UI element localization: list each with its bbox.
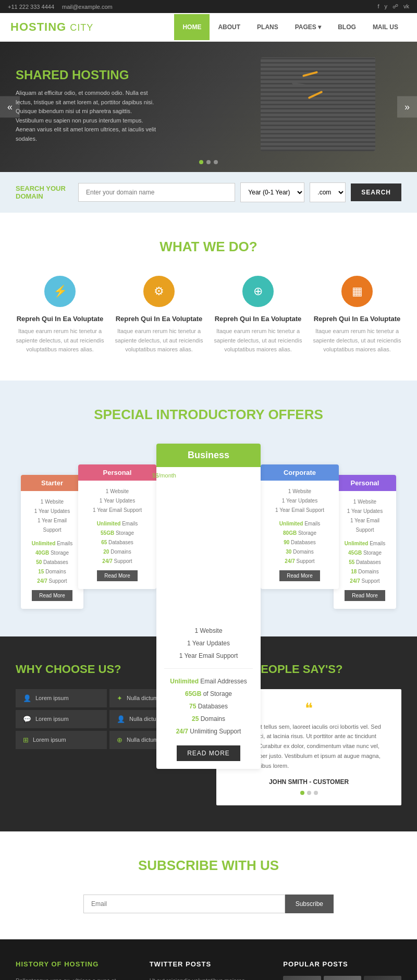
plan-button-center[interactable]: Read More (177, 745, 240, 761)
footer-popular-col: POPULAR POSTS (283, 960, 401, 980)
popular-thumb-2[interactable] (324, 976, 361, 980)
what-we-do-title: WHAT WE DO? (16, 239, 401, 255)
hero-dots (199, 160, 218, 164)
features-grid: ⚡ Repreh Qui In Ea Voluptate Itaque earu… (16, 276, 401, 354)
nav-mail[interactable]: MAIL US (364, 14, 407, 40)
footer-tweet-1: Ut aut reiciendis voluptatibus maiores h… (150, 976, 268, 980)
plan-button-far-left[interactable]: Read More (32, 590, 72, 601)
cable-decoration2 (292, 82, 308, 87)
plan-features-far-right: 1 Website 1 Year Updates 1 Year Email Su… (341, 497, 388, 586)
plan-detailed-features: Unlimited Email Addresses 65GB of Storag… (164, 675, 253, 738)
feature-title-4: Repreh Qui In Ea Voluptate (313, 315, 401, 323)
special-offers-title: SPECIAL INTRODUCTORY OFFERS (16, 407, 401, 423)
feature-title-2: Repreh Qui In Ea Voluptate (115, 315, 203, 323)
cable-decoration (302, 71, 318, 77)
server-image (261, 57, 375, 151)
nav-plans[interactable]: PLANS (249, 14, 287, 40)
subscribe-button[interactable]: Subscribe (285, 895, 334, 913)
footer-grid: HISTORY OF HOSTING Pellentesque urna ex,… (16, 960, 401, 980)
popular-thumb-1[interactable] (283, 976, 321, 980)
testimonial-dot-1[interactable] (300, 791, 304, 795)
subscribe-email-input[interactable] (83, 895, 285, 913)
plan-button-far-right[interactable]: Read More (345, 590, 385, 601)
logo-accent: city (70, 22, 93, 33)
subscribe-title: SUBSCRIBE WITH US (16, 858, 401, 874)
domain-label: SEARCH YOUR DOMAIN (16, 185, 73, 200)
plan-features-right: 1 Website 1 Year Updates 1 Year Email Su… (268, 487, 331, 566)
footer-popular-title: POPULAR POSTS (283, 960, 401, 968)
pricing-card-far-right: Personal 1 Website 1 Year Updates 1 Year… (334, 475, 396, 609)
nav-pages[interactable]: PAGES ▾ (287, 14, 329, 40)
feature-item-3: ⊕ Repreh Qui In Ea Voluptate Itaque earu… (214, 276, 302, 354)
feature-desc-3: Itaque earum rerum hic tenetur a sapient… (214, 327, 302, 354)
plan-name-far-left: Starter (21, 475, 83, 491)
feature-icon-3: ⊕ (242, 276, 274, 307)
ext-select[interactable]: .com (310, 182, 346, 202)
vk-link[interactable]: vk (403, 3, 409, 10)
feature-desc-4: Itaque earum rerum hic tenetur a sapient… (313, 327, 401, 354)
footer-history-title: HISTORY OF HOSTING (16, 960, 134, 968)
footer-history-para1: Pellentesque urna ex, ultrices a nunc at… (16, 976, 134, 980)
plan-name-right: Corporate (261, 464, 339, 481)
email-address: mail@example.com (62, 4, 113, 10)
footer-twitter-col: TWITTER POSTS Ut aut reiciendis voluptat… (150, 960, 268, 980)
grid-icon: ⊞ (23, 736, 29, 744)
nav-about[interactable]: ABOUT (210, 14, 249, 40)
plan-features-far-left: 1 Website 1 Year Updates 1 Year Email Su… (29, 497, 76, 586)
hero-title-main: SHARED (16, 68, 68, 82)
top-bar-contact: +11 222 333 4444 mail@example.com (8, 4, 113, 10)
twitter-link[interactable]: y (385, 3, 388, 10)
why-feature-5: ⊞ Lorem ipsum (16, 731, 107, 749)
social-links[interactable]: f y ☍ vk (377, 3, 409, 10)
hero-dot-1[interactable] (199, 160, 203, 164)
hero-next-button[interactable]: » (397, 96, 417, 118)
hero-description: Aliquam at efficitur odio, et commodo od… (16, 89, 162, 144)
top-bar: +11 222 333 4444 mail@example.com f y ☍ … (0, 0, 417, 13)
footer-twitter-title: TWITTER POSTS (150, 960, 268, 968)
what-we-do-section: WHAT WE DO? ⚡ Repreh Qui In Ea Voluptate… (0, 213, 417, 381)
feature-item-4: ▦ Repreh Qui In Ea Voluptate Itaque earu… (313, 276, 401, 354)
user2-icon: 👤 (117, 715, 125, 723)
testimonial-dot-3[interactable] (314, 791, 318, 795)
hero-dot-2[interactable] (206, 160, 211, 164)
pricing-card-far-left: Starter 1 Website 1 Year Updates 1 Year … (21, 475, 83, 609)
popular-posts-grid (283, 976, 401, 980)
user-icon: 👤 (23, 694, 31, 702)
nav-links: HOME ABOUT PLANS PAGES ▾ BLOG MAIL US (174, 14, 407, 40)
popular-thumb-3[interactable] (364, 976, 401, 980)
logo-main: HOSTING (10, 20, 66, 33)
testimonial-dot-2[interactable] (307, 791, 311, 795)
hero-prev-button[interactable]: « (0, 96, 20, 118)
footer-history-col: HISTORY OF HOSTING Pellentesque urna ex,… (16, 960, 134, 980)
year-select[interactable]: Year (0-1 Year) (240, 182, 304, 202)
plan-button-right[interactable]: Read More (279, 570, 320, 581)
subscribe-form: Subscribe (83, 895, 334, 913)
domain-input[interactable] (78, 183, 235, 202)
subscribe-section: SUBSCRIBE WITH US Subscribe (0, 831, 417, 939)
why-feature-1: 👤 Lorem ipsum (16, 689, 107, 707)
facebook-link[interactable]: f (377, 3, 379, 10)
nav-blog[interactable]: BLOG (329, 14, 364, 40)
nav-home[interactable]: HOME (174, 14, 210, 40)
feature-item-2: ⚙ Repreh Qui In Ea Voluptate Itaque earu… (115, 276, 203, 354)
hero-slider: « SHARED HOSTING Aliquam at efficitur od… (0, 42, 417, 172)
plan-name-far-right: Personal (334, 475, 396, 491)
feature-title-3: Repreh Qui In Ea Voluptate (214, 315, 302, 323)
search-button[interactable]: SEARCH (351, 183, 401, 201)
hero-title-accent: HOSTING (72, 68, 129, 82)
feature-desc-1: Itaque earum rerum hic tenetur a sapient… (16, 327, 104, 354)
chat-icon: 💬 (23, 715, 31, 723)
plus-icon: ⊕ (117, 736, 122, 744)
domain-search-section: SEARCH YOUR DOMAIN Year (0-1 Year) .com … (0, 172, 417, 213)
rss-link[interactable]: ☍ (393, 3, 398, 10)
feature-icon-1: ⚡ (44, 276, 76, 307)
pricing-visual: Starter 1 Website 1 Year Updates 1 Year … (16, 444, 401, 610)
cable-decoration3 (308, 91, 323, 99)
hero-image (261, 57, 375, 151)
hero-dot-3[interactable] (214, 160, 218, 164)
star-icon: ✦ (117, 694, 122, 702)
feature-desc-2: Itaque earum rerum hic tenetur a sapient… (115, 327, 203, 354)
special-offers-section: SPECIAL INTRODUCTORY OFFERS Starter 1 We… (0, 381, 417, 636)
testimonial-author: JOHN SMITH - CUSTOMER (227, 778, 391, 786)
testimonial-dots (227, 791, 391, 795)
